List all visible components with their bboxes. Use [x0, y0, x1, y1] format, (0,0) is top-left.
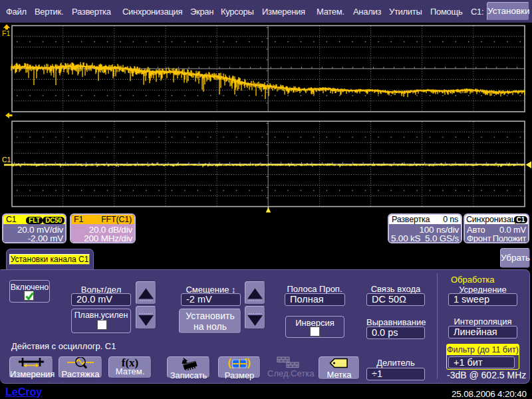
svg-text:C1: C1 [2, 156, 11, 164]
svg-text:F1: F1 [2, 29, 10, 37]
